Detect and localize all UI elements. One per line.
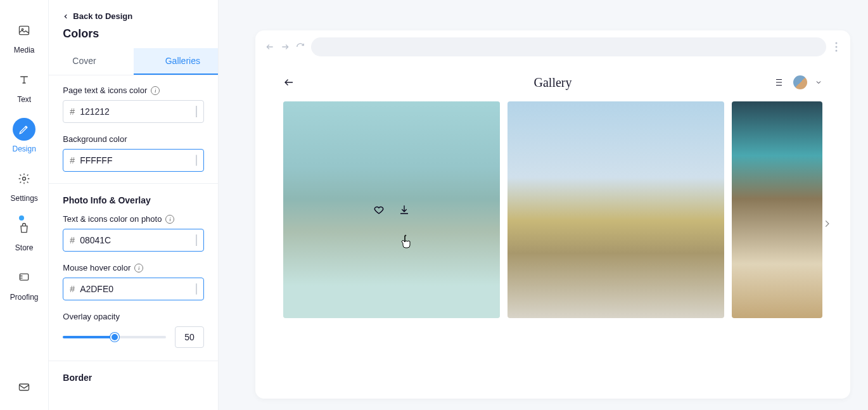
- border-heading: Border: [63, 373, 204, 383]
- list-view-icon[interactable]: [774, 78, 786, 87]
- hash-prefix: #: [70, 106, 75, 117]
- tab-cover[interactable]: Cover: [49, 48, 133, 75]
- info-icon[interactable]: i: [134, 264, 143, 272]
- rail-item-store[interactable]: Store: [13, 217, 35, 252]
- info-icon[interactable]: i: [151, 86, 160, 95]
- rail-label: Proofing: [10, 293, 39, 302]
- kebab-menu-icon[interactable]: [833, 42, 840, 52]
- photo-info-heading: Photo Info & Overlay: [63, 195, 204, 205]
- back-label: Back to Design: [73, 11, 132, 21]
- carousel-next-icon[interactable]: [822, 217, 831, 231]
- svg-point-5: [836, 42, 838, 44]
- svg-point-2: [23, 177, 26, 181]
- heart-icon[interactable]: [373, 204, 385, 215]
- gallery-title: Gallery: [534, 75, 572, 90]
- text-on-photo-input[interactable]: [80, 235, 191, 245]
- browser-refresh-icon[interactable]: [296, 42, 305, 51]
- page-text-color-input[interactable]: [80, 106, 191, 117]
- image-icon: [13, 19, 35, 42]
- browser-back-icon[interactable]: [265, 42, 274, 51]
- gallery-header: Gallery: [255, 63, 850, 101]
- rail-label: Store: [15, 243, 34, 252]
- background-color-label: Background color: [63, 134, 204, 144]
- preview-area: Gallery: [219, 0, 868, 410]
- color-swatch[interactable]: [196, 106, 197, 117]
- hash-prefix: #: [70, 155, 75, 165]
- rail-item-text[interactable]: Text: [13, 68, 35, 104]
- rail-item-settings[interactable]: Settings: [10, 167, 37, 203]
- rail-label: Media: [14, 46, 35, 54]
- browser-bar: [255, 30, 850, 63]
- rail-item-mail[interactable]: [13, 376, 35, 399]
- panel-title: Colors: [63, 27, 204, 41]
- hover-color-label: Mouse hover color i: [63, 263, 204, 272]
- svg-rect-3: [20, 274, 28, 280]
- panel-tabs: Cover Galleries: [49, 48, 219, 75]
- slider-fill: [63, 336, 114, 338]
- divider: [49, 183, 218, 184]
- svg-point-6: [836, 46, 838, 48]
- info-icon[interactable]: i: [165, 215, 174, 224]
- opacity-label: Overlay opacity: [63, 312, 204, 321]
- thumb-actions: [373, 204, 410, 215]
- color-swatch[interactable]: [196, 234, 197, 246]
- chevron-left-icon: [63, 13, 69, 20]
- text-icon: [13, 68, 35, 91]
- hover-color-input[interactable]: [80, 284, 191, 294]
- proofing-icon: [13, 266, 35, 289]
- back-to-design-link[interactable]: Back to Design: [63, 11, 204, 21]
- download-icon[interactable]: [399, 204, 410, 215]
- pencil-icon: [13, 118, 35, 141]
- color-swatch[interactable]: [196, 155, 197, 166]
- rail-item-proofing[interactable]: Proofing: [10, 266, 39, 302]
- gallery-thumb[interactable]: [732, 101, 822, 318]
- design-panel: Back to Design Colors Cover Galleries Pa…: [49, 0, 219, 410]
- rail-item-design[interactable]: Design: [12, 118, 35, 153]
- color-swatch[interactable]: [196, 283, 197, 295]
- browser-forward-icon[interactable]: [281, 42, 290, 51]
- hover-color-field[interactable]: #: [63, 278, 204, 300]
- rail-label: Design: [12, 144, 35, 153]
- page-text-color-field[interactable]: #: [63, 100, 204, 123]
- gallery-thumb[interactable]: [283, 101, 500, 318]
- slider-thumb[interactable]: [110, 333, 119, 342]
- svg-point-7: [836, 50, 838, 52]
- opacity-slider[interactable]: [63, 336, 166, 338]
- background-color-field[interactable]: #: [63, 149, 204, 172]
- avatar[interactable]: [793, 75, 807, 89]
- bag-icon: [13, 217, 35, 240]
- mail-icon: [13, 376, 35, 399]
- svg-rect-0: [20, 26, 29, 34]
- svg-rect-4: [20, 384, 29, 390]
- chevron-down-icon[interactable]: [815, 79, 822, 86]
- gallery-grid: [255, 101, 850, 346]
- background-color-input[interactable]: [80, 155, 191, 165]
- rail-label: Text: [17, 95, 31, 104]
- main-rail: Media Text Design Settings Store: [0, 0, 49, 410]
- page-text-color-label: Page text & icons color i: [63, 86, 204, 95]
- text-on-photo-label: Text & icons color on photo i: [63, 214, 204, 224]
- gallery-back-icon[interactable]: [283, 77, 295, 88]
- preview-window: Gallery: [255, 30, 850, 399]
- rail-item-media[interactable]: Media: [13, 19, 35, 54]
- rail-label: Settings: [10, 194, 37, 203]
- gallery-thumb[interactable]: [507, 101, 724, 318]
- hash-prefix: #: [70, 235, 75, 245]
- url-bar[interactable]: [311, 37, 826, 56]
- gear-icon: [13, 167, 35, 190]
- divider: [49, 361, 218, 361]
- tab-galleries[interactable]: Galleries: [134, 48, 219, 75]
- hash-prefix: #: [70, 284, 75, 294]
- text-on-photo-field[interactable]: #: [63, 229, 204, 252]
- opacity-value-input[interactable]: [175, 326, 204, 348]
